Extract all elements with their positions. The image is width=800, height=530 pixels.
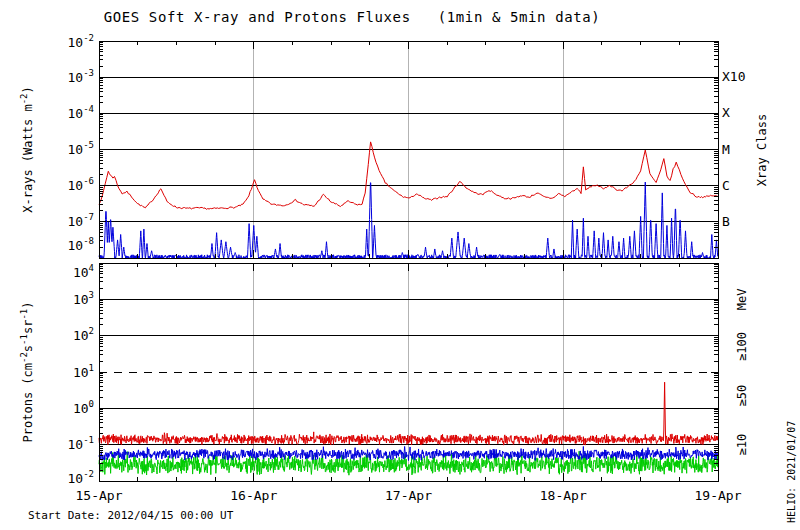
goes-flux-chart: GOES Soft X-ray and Protons Fluxes (1min… [0,0,800,530]
proton-energy-label: ≥50 [735,385,749,407]
proton-energy-label: ≥10 [735,434,749,456]
xray-class-tick-label: X [722,105,730,120]
gridlines-layer [99,41,718,481]
chart-title: GOES Soft X-ray and Protons Fluxes (1min… [104,9,601,25]
y-tick-label: 101 [73,363,94,380]
xray-axis-title: X-rays (Watts m-2) [19,86,35,212]
y-tick-label: 10-3 [68,68,95,85]
proton-energy-label: ≥100 [735,332,749,361]
y-tick-label: 10-6 [68,176,95,193]
y-tick-label: 10-2 [68,33,95,50]
y-tick-label: 10-8 [68,236,95,253]
xray-class-tick-label: C [722,178,730,193]
protons-axis-title: Protons (cm-2s-1sr-1) [19,302,35,443]
y-tick-label: 10-1 [68,435,95,452]
x-tick-label: 16-Apr [230,488,277,503]
y-tick-label: 103 [73,290,94,307]
proton-energy-label: MeV [735,288,749,310]
y-tick-label: 10-5 [68,140,95,157]
y-tick-label: 10-7 [68,212,95,229]
plot-canvas: GOES Soft X-ray and Protons Fluxes (1min… [0,0,800,530]
x-tick-label: 18-Apr [540,488,587,503]
x-tick-label: 15-Apr [76,488,123,503]
x-tick-label: 19-Apr [695,488,742,503]
axis-labels-layer: 10-210-310-410-510-610-710-8X10XMCBX-ray… [19,33,749,503]
y-tick-label: 100 [73,399,94,416]
xray-class-tick-label: B [722,214,730,229]
start-date-label: Start Date: 2012/04/15 00:00 UT [28,509,234,522]
helio-watermark: HELIO: 2021/01/07 [786,421,797,523]
y-tick-label: 104 [73,263,94,280]
x-tick-label: 17-Apr [385,488,432,503]
xray-class-tick-label: M [722,142,730,157]
xray-class-axis-label: Xray Class [755,114,769,186]
y-tick-label: 10-2 [68,469,95,486]
xray-class-tick-label: X10 [722,69,745,84]
y-tick-label: 10-4 [68,104,95,121]
y-tick-label: 102 [73,326,94,343]
